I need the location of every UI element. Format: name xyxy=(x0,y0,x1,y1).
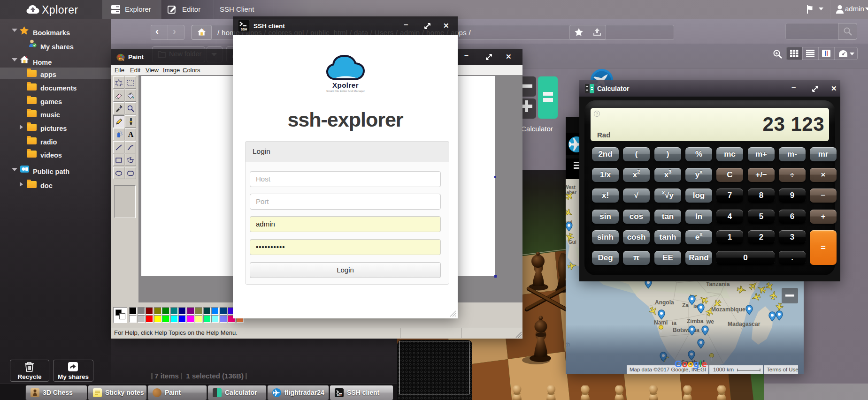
svg-text:A: A xyxy=(128,130,134,138)
svg-text:Za: Za xyxy=(682,302,689,309)
svg-text:we: we xyxy=(706,318,714,325)
svg-text:SSH: SSH xyxy=(337,394,342,396)
svg-text:Tanzania: Tanzania xyxy=(706,281,730,287)
svg-text:Mozambique: Mozambique xyxy=(711,306,745,313)
svg-text:SSH: SSH xyxy=(241,28,247,31)
svg-text:Zimba: Zimba xyxy=(687,318,704,325)
svg-text:Gui: Gui xyxy=(568,240,576,245)
svg-text:Angola: Angola xyxy=(655,299,674,306)
svg-text:West: West xyxy=(566,185,576,190)
